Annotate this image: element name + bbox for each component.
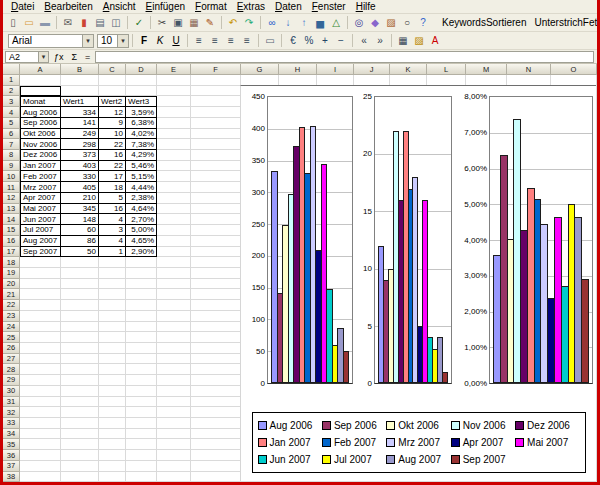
merge-cells-icon[interactable]: ▭ [262, 33, 278, 48]
cell-D29[interactable] [126, 375, 157, 386]
cell-E23[interactable] [157, 311, 191, 322]
cell-A4[interactable]: Aug 2006 [20, 107, 61, 118]
cell-A34[interactable] [20, 429, 61, 440]
select-all-corner[interactable] [3, 64, 20, 75]
cell-A17[interactable]: Sep 2007 [20, 247, 61, 258]
redo-icon[interactable]: ↷ [241, 15, 257, 30]
cell-F14[interactable] [191, 214, 241, 225]
col-header-K[interactable]: K [390, 64, 427, 75]
menu-fenster[interactable]: Fenster [307, 0, 351, 13]
cell-C12[interactable]: 5 [99, 193, 126, 204]
cell-A37[interactable] [20, 461, 61, 472]
cell-D38[interactable] [126, 472, 157, 482]
cell-B37[interactable] [61, 461, 99, 472]
cell-B22[interactable] [61, 300, 99, 311]
cell-C5[interactable]: 9 [99, 118, 126, 129]
cell-C16[interactable]: 4 [99, 236, 126, 247]
cell-F29[interactable] [191, 375, 241, 386]
cell-D34[interactable] [126, 429, 157, 440]
cell-B30[interactable] [61, 386, 99, 397]
col-header-D[interactable]: D [126, 64, 157, 75]
email-icon[interactable]: ✉ [60, 15, 76, 30]
cell-D35[interactable] [126, 439, 157, 450]
cell-F20[interactable] [191, 279, 241, 290]
cell-C22[interactable] [99, 300, 126, 311]
row-header-20[interactable]: 20 [3, 279, 20, 290]
row-header-30[interactable]: 30 [3, 386, 20, 397]
copy-icon[interactable]: ▣ [170, 15, 186, 30]
cell-C6[interactable]: 10 [99, 129, 126, 140]
bold-button[interactable]: F [136, 33, 152, 48]
paste-icon[interactable]: ▦ [186, 15, 202, 30]
cell-C33[interactable] [99, 418, 126, 429]
cell-E25[interactable] [157, 332, 191, 343]
cell-C20[interactable] [99, 279, 126, 290]
cell-C2[interactable] [99, 86, 126, 97]
cell-B34[interactable] [61, 429, 99, 440]
add-decimal-icon[interactable]: + [317, 33, 333, 48]
cell-D37[interactable] [126, 461, 157, 472]
cell-E35[interactable] [157, 439, 191, 450]
col-header-L[interactable]: L [427, 64, 466, 75]
cell-B25[interactable] [61, 332, 99, 343]
align-justify-icon[interactable]: ≡ [239, 33, 255, 48]
row-header-3[interactable]: 3 [3, 96, 20, 107]
col-header-G[interactable]: G [241, 64, 279, 75]
percent-icon[interactable]: % [301, 33, 317, 48]
row-header-15[interactable]: 15 [3, 225, 20, 236]
cell-C1[interactable] [99, 75, 126, 86]
font-size-select[interactable]: 10 ▾ [97, 34, 129, 48]
row-header-17[interactable]: 17 [3, 247, 20, 258]
cell-E34[interactable] [157, 429, 191, 440]
find-replace-icon[interactable]: ◎ [351, 15, 367, 30]
row-header-23[interactable]: 23 [3, 311, 20, 322]
open-folder-icon[interactable]: ▭ [21, 15, 37, 30]
cell-D6[interactable]: 4,02% [126, 129, 157, 140]
cell-A9[interactable]: Jan 2007 [20, 161, 61, 172]
cell-A1[interactable] [20, 75, 61, 86]
cell-D30[interactable] [126, 386, 157, 397]
name-box[interactable]: A2 ▾ [5, 51, 49, 63]
cell-A21[interactable] [20, 289, 61, 300]
cell-E1[interactable] [157, 75, 191, 86]
cell-C24[interactable] [99, 322, 126, 333]
cell-C10[interactable]: 17 [99, 171, 126, 182]
cell-C38[interactable] [99, 472, 126, 482]
currency-icon[interactable]: € [285, 33, 301, 48]
cell-E30[interactable] [157, 386, 191, 397]
cell-C9[interactable]: 22 [99, 161, 126, 172]
cell-F7[interactable] [191, 139, 241, 150]
cell-C32[interactable] [99, 407, 126, 418]
align-right-icon[interactable]: ≡ [223, 33, 239, 48]
cell-E21[interactable] [157, 289, 191, 300]
row-header-38[interactable]: 38 [3, 472, 20, 482]
cell-F26[interactable] [191, 343, 241, 354]
row-header-1[interactable]: 1 [3, 75, 20, 86]
cell-A24[interactable] [20, 322, 61, 333]
cell-F25[interactable] [191, 332, 241, 343]
cell-E38[interactable] [157, 472, 191, 482]
cell-C7[interactable]: 22 [99, 139, 126, 150]
col-header-B[interactable]: B [61, 64, 99, 75]
format-paintbrush-icon[interactable]: ✎ [202, 15, 218, 30]
decrease-indent-icon[interactable]: « [356, 33, 372, 48]
menu-hilfe[interactable]: Hilfe [351, 0, 381, 13]
cell-C27[interactable] [99, 354, 126, 365]
row-header-13[interactable]: 13 [3, 204, 20, 215]
cell-D11[interactable]: 4,44% [126, 182, 157, 193]
row-header-35[interactable]: 35 [3, 439, 20, 450]
row-header-33[interactable]: 33 [3, 418, 20, 429]
row-header-31[interactable]: 31 [3, 397, 20, 408]
cell-A26[interactable] [20, 343, 61, 354]
cell-F5[interactable] [191, 118, 241, 129]
cell-E27[interactable] [157, 354, 191, 365]
cell-A3[interactable]: Monat [20, 96, 61, 107]
row-header-8[interactable]: 8 [3, 150, 20, 161]
cell-E10[interactable] [157, 171, 191, 182]
cell-B8[interactable]: 373 [61, 150, 99, 161]
cell-F15[interactable] [191, 225, 241, 236]
cell-F23[interactable] [191, 311, 241, 322]
cell-F19[interactable] [191, 268, 241, 279]
cell-F12[interactable] [191, 193, 241, 204]
cell-F11[interactable] [191, 182, 241, 193]
